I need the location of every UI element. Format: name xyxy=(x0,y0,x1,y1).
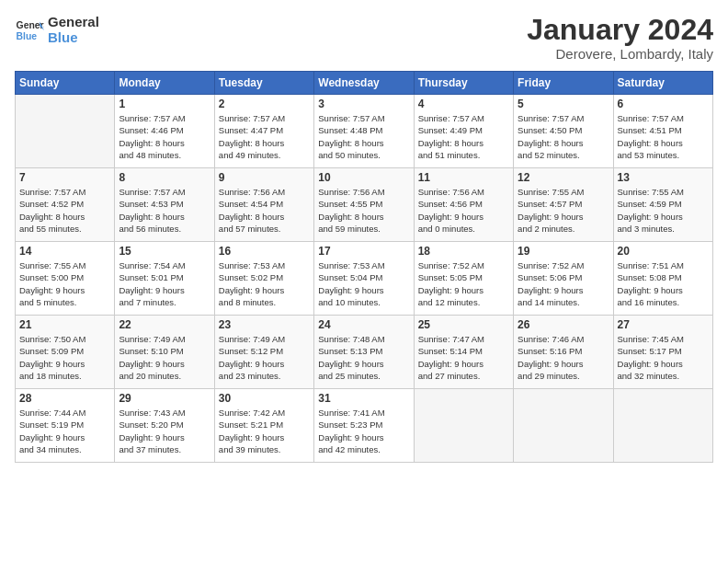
day-number: 6 xyxy=(618,98,709,110)
day-info: Sunrise: 7:49 AMSunset: 5:10 PMDaylight:… xyxy=(119,333,210,382)
logo: General Blue General Blue xyxy=(15,15,99,45)
day-info: Sunrise: 7:57 AMSunset: 4:47 PMDaylight:… xyxy=(219,112,310,161)
day-info: Sunrise: 7:51 AMSunset: 5:08 PMDaylight:… xyxy=(618,259,709,308)
day-number: 11 xyxy=(418,171,509,184)
day-info: Sunrise: 7:57 AMSunset: 4:53 PMDaylight:… xyxy=(119,186,210,235)
day-info: Sunrise: 7:57 AMSunset: 4:51 PMDaylight:… xyxy=(618,112,709,161)
day-cell: 15Sunrise: 7:54 AMSunset: 5:01 PMDayligh… xyxy=(115,242,214,316)
day-cell: 21Sunrise: 7:50 AMSunset: 5:09 PMDayligh… xyxy=(16,316,115,389)
day-number: 27 xyxy=(618,318,709,331)
day-number: 1 xyxy=(119,98,210,110)
day-cell: 2Sunrise: 7:57 AMSunset: 4:47 PMDaylight… xyxy=(214,95,313,168)
day-number: 30 xyxy=(219,392,310,405)
day-cell: 22Sunrise: 7:49 AMSunset: 5:10 PMDayligh… xyxy=(115,316,214,389)
day-number: 8 xyxy=(119,171,210,184)
day-number: 10 xyxy=(318,171,409,184)
day-cell: 31Sunrise: 7:41 AMSunset: 5:23 PMDayligh… xyxy=(314,389,414,463)
day-info: Sunrise: 7:57 AMSunset: 4:49 PMDaylight:… xyxy=(418,112,509,161)
calendar-title: January 2024 xyxy=(527,15,713,44)
day-cell: 10Sunrise: 7:56 AMSunset: 4:55 PMDayligh… xyxy=(314,168,414,242)
day-cell: 11Sunrise: 7:56 AMSunset: 4:56 PMDayligh… xyxy=(414,168,513,242)
day-number: 2 xyxy=(219,98,310,110)
day-info: Sunrise: 7:55 AMSunset: 5:00 PMDaylight:… xyxy=(19,259,110,308)
day-cell: 24Sunrise: 7:48 AMSunset: 5:13 PMDayligh… xyxy=(314,316,414,389)
day-cell xyxy=(414,389,513,463)
weekday-header-tuesday: Tuesday xyxy=(214,72,313,95)
day-info: Sunrise: 7:45 AMSunset: 5:17 PMDaylight:… xyxy=(618,333,709,382)
day-number: 9 xyxy=(219,171,310,184)
day-info: Sunrise: 7:52 AMSunset: 5:06 PMDaylight:… xyxy=(518,259,609,308)
day-cell: 27Sunrise: 7:45 AMSunset: 5:17 PMDayligh… xyxy=(613,316,712,389)
weekday-header-row: SundayMondayTuesdayWednesdayThursdayFrid… xyxy=(16,72,713,95)
weekday-header-sunday: Sunday xyxy=(16,72,115,95)
day-info: Sunrise: 7:56 AMSunset: 4:54 PMDaylight:… xyxy=(219,186,310,235)
day-cell: 16Sunrise: 7:53 AMSunset: 5:02 PMDayligh… xyxy=(214,242,313,316)
day-info: Sunrise: 7:46 AMSunset: 5:16 PMDaylight:… xyxy=(518,333,609,382)
day-info: Sunrise: 7:55 AMSunset: 4:57 PMDaylight:… xyxy=(518,186,609,235)
calendar-page: General Blue General Blue January 2024 D… xyxy=(0,0,728,563)
weekday-header-thursday: Thursday xyxy=(414,72,513,95)
day-number: 29 xyxy=(119,392,210,405)
day-cell: 9Sunrise: 7:56 AMSunset: 4:54 PMDaylight… xyxy=(214,168,313,242)
day-cell xyxy=(613,389,712,463)
day-number: 5 xyxy=(518,98,609,110)
day-number: 26 xyxy=(518,318,609,331)
day-number: 4 xyxy=(418,98,509,110)
day-number: 13 xyxy=(618,171,709,184)
day-info: Sunrise: 7:57 AMSunset: 4:52 PMDaylight:… xyxy=(19,186,110,235)
day-number: 22 xyxy=(119,318,210,331)
day-info: Sunrise: 7:52 AMSunset: 5:05 PMDaylight:… xyxy=(418,259,509,308)
day-cell: 30Sunrise: 7:42 AMSunset: 5:21 PMDayligh… xyxy=(214,389,313,463)
day-number: 23 xyxy=(219,318,310,331)
logo-icon: General Blue xyxy=(15,16,44,45)
weekday-header-saturday: Saturday xyxy=(613,72,712,95)
day-cell: 6Sunrise: 7:57 AMSunset: 4:51 PMDaylight… xyxy=(613,95,712,168)
day-info: Sunrise: 7:56 AMSunset: 4:55 PMDaylight:… xyxy=(318,186,409,235)
weekday-header-monday: Monday xyxy=(115,72,214,95)
calendar-subtitle: Derovere, Lombardy, Italy xyxy=(527,46,713,62)
day-number: 12 xyxy=(518,171,609,184)
day-info: Sunrise: 7:53 AMSunset: 5:04 PMDaylight:… xyxy=(318,259,409,308)
day-number: 15 xyxy=(119,245,210,258)
day-number: 7 xyxy=(19,171,110,184)
day-cell: 12Sunrise: 7:55 AMSunset: 4:57 PMDayligh… xyxy=(514,168,613,242)
week-row-3: 14Sunrise: 7:55 AMSunset: 5:00 PMDayligh… xyxy=(16,242,713,316)
day-number: 21 xyxy=(19,318,110,331)
day-cell xyxy=(514,389,613,463)
day-cell: 1Sunrise: 7:57 AMSunset: 4:46 PMDaylight… xyxy=(115,95,214,168)
week-row-5: 28Sunrise: 7:44 AMSunset: 5:19 PMDayligh… xyxy=(16,389,713,463)
day-info: Sunrise: 7:41 AMSunset: 5:23 PMDaylight:… xyxy=(318,407,409,455)
day-number: 17 xyxy=(318,245,409,258)
day-cell: 7Sunrise: 7:57 AMSunset: 4:52 PMDaylight… xyxy=(16,168,115,242)
day-number: 14 xyxy=(19,245,110,258)
day-info: Sunrise: 7:49 AMSunset: 5:12 PMDaylight:… xyxy=(219,333,310,382)
day-cell: 18Sunrise: 7:52 AMSunset: 5:05 PMDayligh… xyxy=(414,242,513,316)
day-info: Sunrise: 7:55 AMSunset: 4:59 PMDaylight:… xyxy=(618,186,709,235)
day-number: 18 xyxy=(418,245,509,258)
day-number: 3 xyxy=(318,98,409,110)
day-cell: 3Sunrise: 7:57 AMSunset: 4:48 PMDaylight… xyxy=(314,95,414,168)
day-info: Sunrise: 7:54 AMSunset: 5:01 PMDaylight:… xyxy=(119,259,210,308)
day-cell: 23Sunrise: 7:49 AMSunset: 5:12 PMDayligh… xyxy=(214,316,313,389)
week-row-1: 1Sunrise: 7:57 AMSunset: 4:46 PMDaylight… xyxy=(16,95,713,168)
day-cell: 26Sunrise: 7:46 AMSunset: 5:16 PMDayligh… xyxy=(514,316,613,389)
day-info: Sunrise: 7:50 AMSunset: 5:09 PMDaylight:… xyxy=(19,333,110,382)
day-info: Sunrise: 7:48 AMSunset: 5:13 PMDaylight:… xyxy=(318,333,409,382)
title-area: January 2024 Derovere, Lombardy, Italy xyxy=(527,15,713,62)
day-number: 16 xyxy=(219,245,310,258)
day-cell: 4Sunrise: 7:57 AMSunset: 4:49 PMDaylight… xyxy=(414,95,513,168)
day-info: Sunrise: 7:56 AMSunset: 4:56 PMDaylight:… xyxy=(418,186,509,235)
weekday-header-wednesday: Wednesday xyxy=(314,72,414,95)
logo-line1: General xyxy=(48,15,99,30)
day-info: Sunrise: 7:47 AMSunset: 5:14 PMDaylight:… xyxy=(418,333,509,382)
day-number: 31 xyxy=(318,392,409,405)
day-cell: 5Sunrise: 7:57 AMSunset: 4:50 PMDaylight… xyxy=(514,95,613,168)
day-number: 28 xyxy=(19,392,110,405)
day-number: 25 xyxy=(418,318,509,331)
calendar-table: SundayMondayTuesdayWednesdayThursdayFrid… xyxy=(15,71,713,463)
day-cell: 28Sunrise: 7:44 AMSunset: 5:19 PMDayligh… xyxy=(16,389,115,463)
day-cell: 20Sunrise: 7:51 AMSunset: 5:08 PMDayligh… xyxy=(613,242,712,316)
day-cell: 14Sunrise: 7:55 AMSunset: 5:00 PMDayligh… xyxy=(16,242,115,316)
day-cell: 25Sunrise: 7:47 AMSunset: 5:14 PMDayligh… xyxy=(414,316,513,389)
day-info: Sunrise: 7:53 AMSunset: 5:02 PMDaylight:… xyxy=(219,259,310,308)
